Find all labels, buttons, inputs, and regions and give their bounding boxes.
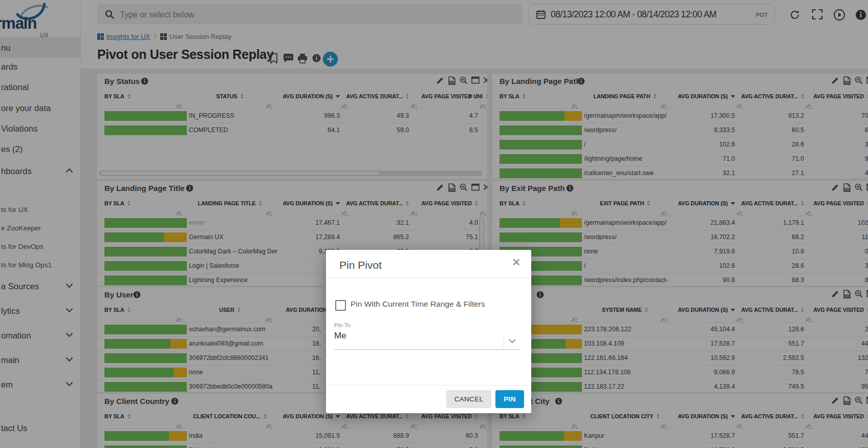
checkbox-label: Pin With Current Time Range & Filters <box>351 300 485 309</box>
close-icon[interactable]: ✕ <box>512 257 521 268</box>
cancel-button[interactable]: CANCEL <box>446 390 491 408</box>
chevron-down-icon[interactable] <box>509 339 516 344</box>
pin-with-filters-checkbox[interactable] <box>335 300 346 311</box>
select-underline <box>334 349 520 350</box>
pin-pivot-modal: Pin Pivot ✕ Pin With Current Time Range … <box>326 250 531 413</box>
select-divider <box>504 337 504 347</box>
modal-title: Pin Pivot <box>339 259 382 271</box>
pin-to-select[interactable]: Me <box>334 331 346 341</box>
pin-to-label: Pin To <box>334 322 351 328</box>
pin-button[interactable]: PIN <box>495 390 524 408</box>
